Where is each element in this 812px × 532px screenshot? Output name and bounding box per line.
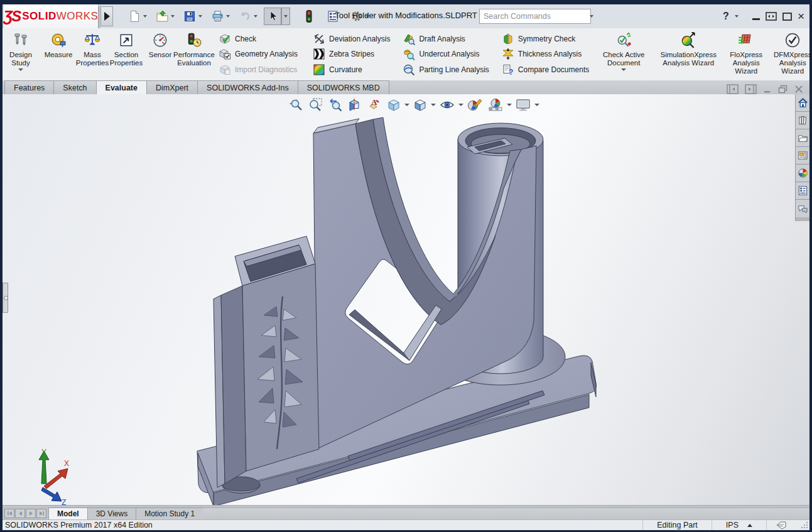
tab-sketch[interactable]: Sketch xyxy=(53,80,96,94)
doc-minimize-icon[interactable] xyxy=(763,85,772,94)
undo-button[interactable] xyxy=(236,8,254,25)
zebra-stripes-button[interactable]: Zebra Stripes xyxy=(310,46,395,62)
open-dropdown-caret[interactable] xyxy=(171,15,175,18)
feature-manager-collapsed-tab[interactable] xyxy=(3,283,8,313)
save-button[interactable] xyxy=(181,8,198,25)
thickness-analysis-button[interactable]: Thickness Analysis xyxy=(499,46,594,62)
tab-sketch-label: Sketch xyxy=(63,84,87,92)
select-button[interactable] xyxy=(264,8,281,25)
undercut-analysis-label: Undercut Analysis xyxy=(419,50,479,58)
draft-analysis-icon xyxy=(403,33,415,45)
draft-analysis-button[interactable]: Draft Analysis xyxy=(400,31,494,46)
simulationxpress-wizard-button[interactable]: SimulationXpress Analysis Wizard xyxy=(653,28,723,80)
design-library-button[interactable] xyxy=(796,112,809,129)
tab-motion-study-1[interactable]: Motion Study 1 xyxy=(136,508,203,519)
graphics-area[interactable]: A xyxy=(3,94,809,505)
design-study-caret[interactable] xyxy=(18,68,23,71)
print-button[interactable] xyxy=(208,8,226,25)
parting-line-analysis-button[interactable]: Parting Line Analysis xyxy=(400,62,494,77)
custom-properties-button[interactable] xyxy=(796,182,809,200)
undo-dropdown-caret[interactable] xyxy=(254,15,257,18)
file-explorer-button[interactable] xyxy=(796,129,809,147)
print-dropdown-caret[interactable] xyxy=(226,15,230,18)
new-dropdown-caret[interactable] xyxy=(143,15,147,18)
apply-scene-caret[interactable] xyxy=(507,104,512,106)
tab-scroll-last-button[interactable] xyxy=(36,509,46,518)
appearances-scenes-button[interactable] xyxy=(796,165,809,182)
undercut-analysis-button[interactable]: Undercut Analysis xyxy=(400,46,494,62)
next-pane-icon[interactable] xyxy=(745,84,757,94)
design-study-button[interactable]: Design Study xyxy=(3,28,39,80)
mass-properties-button[interactable]: Mass Properties xyxy=(75,28,109,80)
tab-solidworks-mbd[interactable]: SOLIDWORKS MBD xyxy=(298,80,389,94)
rebuild-button[interactable] xyxy=(300,8,318,25)
save-icon xyxy=(183,10,196,23)
check-icon xyxy=(219,33,231,45)
floxpress-wizard-button[interactable]: FloXpress Analysis Wizard xyxy=(723,28,769,80)
view-orientation-caret[interactable] xyxy=(404,104,409,106)
tab-scroll-first-button[interactable] xyxy=(4,509,14,518)
units-selector[interactable]: IPS xyxy=(712,521,766,529)
curvature-button[interactable]: Curvature xyxy=(310,62,395,77)
menu-flyout-button[interactable] xyxy=(100,6,113,26)
compare-documents-button[interactable]: ? Compare Documents xyxy=(499,62,594,77)
surface-analysis-group-2: Draft Analysis Undercut Analysis Parting… xyxy=(398,28,496,80)
forum-button[interactable] xyxy=(796,200,809,217)
measure-button[interactable]: Measure xyxy=(41,28,75,80)
tab-scroll-next-button[interactable] xyxy=(26,509,36,518)
help-button[interactable]: ? xyxy=(723,11,729,22)
dfmxpress-icon xyxy=(784,31,801,49)
geometry-analysis-button[interactable]: Geometry Analysis xyxy=(216,46,303,62)
deviation-analysis-button[interactable]: Deviation Analysis xyxy=(310,31,395,46)
dfmxpress-label: DFMXpress Analysis Wizard xyxy=(772,51,812,75)
save-dropdown-caret[interactable] xyxy=(198,15,202,18)
tab-scroll-prev-button[interactable] xyxy=(15,509,25,518)
span-displays-icon[interactable] xyxy=(766,12,777,21)
check-active-document-button[interactable]: Check Active Document xyxy=(597,28,651,80)
performance-evaluation-icon xyxy=(186,31,202,49)
model-tool-holder[interactable] xyxy=(183,107,598,505)
display-style-caret[interactable] xyxy=(431,104,436,106)
help-dropdown-caret[interactable] xyxy=(735,15,739,18)
view-palette-button[interactable] xyxy=(796,147,809,165)
minimize-icon[interactable] xyxy=(752,18,760,20)
select-dropdown[interactable] xyxy=(281,8,290,25)
tab-3d-views-label: 3D Views xyxy=(96,509,127,518)
triad-x-label: X xyxy=(64,459,69,468)
new-document-button[interactable] xyxy=(126,8,143,25)
performance-evaluation-label: Performance Evaluation xyxy=(170,51,219,67)
tab-evaluate[interactable]: Evaluate xyxy=(96,80,147,94)
editing-mode-text: Editing Part xyxy=(657,521,698,529)
performance-evaluation-button[interactable]: Performance Evaluation xyxy=(177,28,211,80)
open-button[interactable] xyxy=(153,8,171,25)
tab-features[interactable]: Features xyxy=(4,80,54,94)
tab-solidworks-add-ins[interactable]: SOLIDWORKS Add-Ins xyxy=(197,80,298,94)
tab-dimxpert[interactable]: DimXpert xyxy=(146,80,198,94)
section-properties-button[interactable]: Section Properties xyxy=(109,28,143,80)
zebra-stripes-icon xyxy=(313,48,325,60)
check-button[interactable]: Check xyxy=(216,31,303,46)
maximize-icon[interactable] xyxy=(782,13,792,21)
resize-grip[interactable] xyxy=(801,521,808,529)
resources-home-button[interactable] xyxy=(796,94,809,112)
import-diagnostics-icon xyxy=(219,63,231,76)
tab-3d-views[interactable]: 3D Views xyxy=(87,508,136,519)
check-active-caret[interactable] xyxy=(621,68,626,71)
search-input[interactable] xyxy=(484,12,585,21)
solidworks-logo[interactable]: ƷS SOLIDWORKS xyxy=(4,4,98,28)
tab-model[interactable]: Model xyxy=(48,508,88,519)
hide-show-items-caret[interactable] xyxy=(458,104,463,106)
title-bar: ƷS SOLIDWORKS xyxy=(3,4,809,28)
previous-pane-icon[interactable] xyxy=(727,84,739,94)
close-icon[interactable]: × xyxy=(798,11,804,22)
dfmxpress-wizard-button[interactable]: DFMXpress Analysis Wizard xyxy=(769,28,812,80)
curvature-icon xyxy=(313,63,325,76)
doc-close-icon[interactable] xyxy=(794,85,803,94)
symmetry-check-button[interactable]: Symmetry Check xyxy=(499,31,594,46)
doc-restore-icon[interactable] xyxy=(778,85,788,94)
appearances-scenes-icon xyxy=(798,168,808,178)
tags-button[interactable] xyxy=(767,521,796,529)
tab-dimxpert-label: DimXpert xyxy=(156,84,188,92)
search-dropdown-caret[interactable] xyxy=(590,15,593,18)
view-settings-caret[interactable] xyxy=(534,104,539,106)
